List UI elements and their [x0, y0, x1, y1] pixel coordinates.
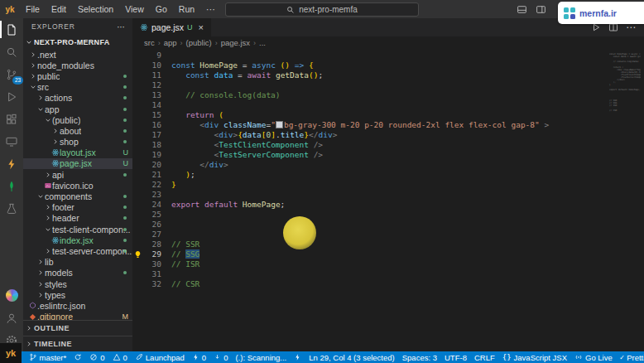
tree-item-footer[interactable]: footer [23, 202, 132, 213]
code-line-29[interactable]: 29// SSG [132, 249, 606, 259]
explorer-more-actions-icon[interactable]: ⋯ [117, 22, 126, 31]
code-line-9[interactable]: 9 [132, 51, 606, 60]
tree-item-styles[interactable]: styles [23, 278, 132, 289]
tab-page-jsx[interactable]: page.jsx U × [132, 18, 211, 36]
code-line-31[interactable]: 31 [132, 269, 606, 279]
code-line-27[interactable]: 27 [132, 230, 606, 240]
code-line-26[interactable]: 26 [132, 220, 606, 230]
menu-overflow[interactable]: ⋯ [200, 4, 221, 14]
tree-item-models[interactable]: models [23, 268, 132, 278]
status-branch-indicator[interactable]: master* [25, 353, 70, 362]
tree-item-header[interactable]: header [23, 213, 132, 224]
project-root-row[interactable]: NEXT-PRO-MERNFA [23, 35, 132, 49]
panel-timeline[interactable]: TIMELINE [23, 336, 132, 351]
tree-item-public[interactable]: public [23, 70, 132, 81]
tab-close-icon[interactable]: × [199, 22, 204, 32]
code-line-13[interactable]: 13 // console.log(data) [132, 90, 606, 100]
breadcrumb-src[interactable]: src [144, 38, 155, 47]
breadcrumb-page-jsx[interactable]: page.jsx [221, 38, 250, 47]
tree-item-shop[interactable]: shop [23, 137, 132, 148]
code-line-18[interactable]: 18 <TestClientComponent /> [132, 140, 606, 150]
code-line-10[interactable]: 10const HomePage = async () => { [132, 60, 606, 70]
tree-item-next[interactable]: .next [23, 49, 132, 60]
status-eol[interactable]: CRLF [470, 353, 498, 362]
tree-item-node-modules[interactable]: node_modules [23, 60, 132, 70]
tree-item-gitignore[interactable]: .gitignoreM [23, 312, 132, 321]
tree-item-test-server-compon[interactable]: test-server-compon... [23, 245, 132, 256]
minimap[interactable]: const HomePage = async () => { const dat… [609, 51, 641, 112]
thunder-client-icon[interactable] [0, 152, 23, 175]
mongodb-icon[interactable] [0, 175, 23, 197]
tree-item-favicon-ico[interactable]: favicon.ico [23, 180, 132, 191]
breadcrumb-[interactable]: ... [259, 38, 266, 47]
tree-item-src[interactable]: src [23, 82, 132, 93]
code-line-32[interactable]: 32// CSR [132, 279, 606, 289]
tree-item-lib[interactable]: lib [23, 257, 132, 268]
status-prettier[interactable]: ✓Prettier [616, 353, 644, 362]
tree-item-about[interactable]: about [23, 125, 132, 136]
status-cursor-position[interactable]: Ln 29, Col 4 (3 selected) [305, 353, 399, 362]
status-encoding[interactable]: UTF-8 [441, 353, 471, 362]
tree-item-eslintrc-json[interactable]: .eslintrc.json [23, 300, 132, 311]
tree-item-public[interactable]: (public) [23, 114, 132, 125]
code-line-19[interactable]: 19 <TestServerComponent /> [132, 150, 606, 160]
code-line-22[interactable]: 22} [132, 180, 606, 190]
quick-fix-lightbulb-icon[interactable] [132, 249, 143, 259]
code-line-21[interactable]: 21 ); [132, 170, 606, 180]
menu-run[interactable]: Run [173, 4, 200, 14]
code-line-16[interactable]: 16 <div className="bg-gray-300 m-20 p-20… [132, 120, 606, 130]
testing-icon[interactable] [0, 197, 23, 220]
code-line-12[interactable]: 12 [132, 80, 606, 90]
tree-item-layout-jsx[interactable]: layout.jsxU [23, 148, 132, 158]
command-center-search[interactable]: next-pro-memfa [225, 2, 419, 17]
menu-file[interactable]: File [20, 4, 46, 14]
status-problems-errors[interactable]: 0 [86, 353, 108, 362]
explorer-icon[interactable] [0, 18, 23, 41]
tree-item-page-jsx[interactable]: page.jsxU [23, 158, 132, 169]
run-debug-icon[interactable] [0, 85, 23, 108]
code-line-25[interactable]: 25 [132, 210, 606, 220]
breadcrumb-public[interactable]: (public) [186, 38, 212, 47]
extensions-icon[interactable] [0, 108, 23, 130]
status-problems-warnings[interactable]: 0 [108, 353, 131, 362]
menu-edit[interactable]: Edit [46, 4, 72, 14]
code-line-24[interactable]: 24export default HomePage; [132, 200, 606, 210]
profile-icon[interactable] [0, 284, 23, 307]
panel-outline[interactable]: OUTLINE [23, 320, 132, 336]
menu-go[interactable]: Go [150, 4, 173, 14]
tree-item-actions[interactable]: actions [23, 93, 132, 104]
status-scanning-status[interactable]: (.): Scanning... [232, 353, 291, 362]
tree-item-test-client-compon[interactable]: test-client-compon... [23, 224, 132, 235]
account-icon[interactable] [0, 307, 23, 329]
status-bolt-indicator[interactable] [291, 353, 305, 361]
code-line-15[interactable]: 15 return ( [132, 110, 606, 120]
tree-item-components[interactable]: components [23, 191, 132, 201]
search-sidebar-icon[interactable] [0, 41, 23, 63]
status-go-live[interactable]: Go Live [571, 353, 617, 362]
tree-item-api[interactable]: api [23, 169, 132, 180]
code-line-28[interactable]: 28// SSR [132, 240, 606, 249]
code-line-14[interactable]: 14 [132, 100, 606, 110]
status-download-counter[interactable]: 0 [210, 353, 232, 362]
tree-item-app[interactable]: app [23, 104, 132, 114]
status-launchpad[interactable]: Launchpad [131, 353, 188, 362]
customize-layout-icon[interactable] [536, 4, 546, 15]
code-line-30[interactable]: 30// ISR [132, 259, 606, 269]
code-line-11[interactable]: 11 const data = await getData(); [132, 70, 606, 80]
remote-explorer-icon[interactable] [0, 130, 23, 152]
code-line-23[interactable]: 23 [132, 190, 606, 200]
code-line-17[interactable]: 17 <div>{data[0].title}</div> [132, 130, 606, 140]
tree-item-types[interactable]: types [23, 289, 132, 300]
status-indentation[interactable]: Spaces: 3 [398, 353, 440, 362]
status-language-mode[interactable]: {}JavaScript JSX [498, 353, 570, 362]
status-zap-counter[interactable]: 0 [188, 353, 209, 362]
code-editor[interactable]: 910const HomePage = async () => {11 cons… [132, 49, 644, 351]
code-line-20[interactable]: 20 </div> [132, 160, 606, 170]
menu-view[interactable]: View [119, 4, 150, 14]
source-control-icon[interactable]: 23 [0, 63, 23, 85]
tree-item-index-jsx[interactable]: index.jsx [23, 235, 132, 245]
status-sync-button[interactable] [70, 353, 86, 361]
menu-selection[interactable]: Selection [72, 4, 119, 14]
breadcrumb-app[interactable]: app [164, 38, 177, 47]
toggle-panel-icon[interactable] [517, 4, 527, 15]
